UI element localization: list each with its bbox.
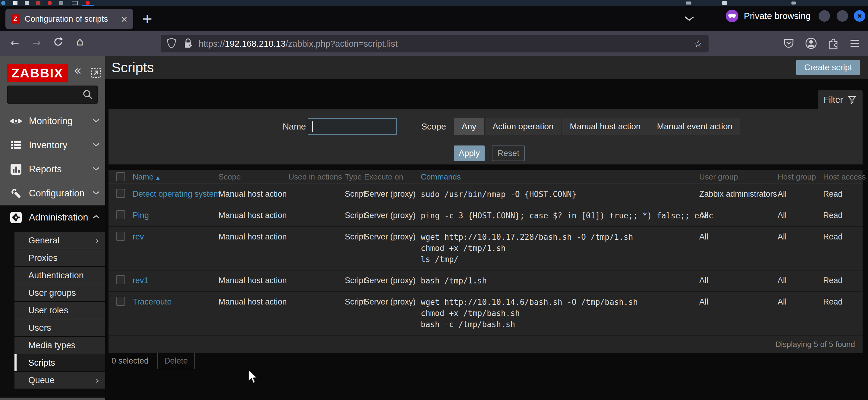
taskbar-tray-icon[interactable] bbox=[722, 1, 727, 5]
taskbar-firefox-icon[interactable] bbox=[86, 1, 90, 5]
filter-tab[interactable]: Filter bbox=[818, 90, 863, 109]
sidebar-item-monitoring[interactable]: Monitoring bbox=[0, 109, 105, 133]
sidebar-item-configuration[interactable]: Configuration bbox=[0, 181, 105, 205]
taskbar-window-icon[interactable] bbox=[72, 1, 78, 5]
cell-commands: sudo /usr/bin/nmap -O {HOST.CONN} bbox=[421, 189, 699, 200]
browser-tab[interactable]: Z Configuration of scripts × bbox=[5, 9, 133, 29]
sidebar-item-authentication[interactable]: Authentication bbox=[14, 267, 105, 284]
sidebar-item-label: Scripts bbox=[28, 358, 55, 368]
bookmark-star-icon[interactable]: ☆ bbox=[694, 38, 703, 49]
apply-button[interactable]: Apply bbox=[454, 145, 485, 161]
lock-warning-icon[interactable] bbox=[183, 38, 193, 50]
pocket-icon[interactable] bbox=[783, 37, 795, 50]
table-row: Detect operating systemManual host actio… bbox=[108, 184, 863, 205]
chevron-right-icon: › bbox=[96, 375, 99, 386]
scope-option-action-operation[interactable]: Action operation bbox=[485, 118, 562, 135]
collapse-sidebar-icon[interactable]: « bbox=[73, 63, 82, 78]
taskbar-app-icon[interactable] bbox=[25, 1, 29, 5]
new-tab-button[interactable]: + bbox=[142, 10, 153, 27]
filter-panel: Name Scope AnyAction operationManual hos… bbox=[108, 109, 863, 164]
reload-icon[interactable] bbox=[51, 37, 65, 49]
mouse-cursor bbox=[247, 369, 258, 386]
account-icon[interactable] bbox=[805, 37, 817, 51]
row-checkbox[interactable] bbox=[116, 275, 125, 284]
table-row: TracerouteManual host actionScriptServer… bbox=[108, 292, 863, 335]
sidebar-search-input[interactable] bbox=[7, 86, 98, 104]
tab-close-icon[interactable]: × bbox=[121, 14, 128, 24]
page-title: Scripts bbox=[112, 59, 154, 76]
taskbar-tray-icon[interactable] bbox=[686, 1, 691, 4]
sidebar-item-media-types[interactable]: Media types bbox=[14, 337, 105, 354]
wrench-icon bbox=[9, 187, 23, 200]
sidebar: ZABBIX « Monitoring Inventory Reports bbox=[0, 56, 105, 400]
script-name-link[interactable]: Ping bbox=[133, 210, 218, 221]
row-checkbox[interactable] bbox=[116, 189, 125, 198]
scope-option-manual-host-action[interactable]: Manual host action bbox=[562, 118, 649, 135]
sidebar-item-queue[interactable]: Queue› bbox=[14, 372, 105, 389]
search-icon bbox=[82, 89, 93, 100]
create-script-button[interactable]: Create script bbox=[796, 60, 860, 75]
minimize-button[interactable] bbox=[818, 10, 830, 22]
column-header-commands[interactable]: Commands bbox=[421, 172, 699, 181]
sidebar-submenu: General›ProxiesAuthenticationUser groups… bbox=[14, 232, 105, 389]
command-line: sudo /usr/bin/nmap -O {HOST.CONN} bbox=[421, 189, 699, 200]
taskbar-app-icon[interactable] bbox=[59, 1, 63, 5]
zabbix-logo[interactable]: ZABBIX bbox=[7, 64, 68, 82]
sidebar-item-label: Configuration bbox=[29, 188, 84, 199]
taskbar-app-icon[interactable] bbox=[1, 1, 5, 5]
extensions-puzzle-icon[interactable] bbox=[827, 37, 839, 51]
shield-icon[interactable] bbox=[167, 37, 176, 50]
cell-host-group: All bbox=[778, 210, 823, 221]
command-line: ls /tmp/ bbox=[421, 254, 699, 265]
scope-option-manual-event-action[interactable]: Manual event action bbox=[649, 118, 741, 135]
script-name-link[interactable]: rev1 bbox=[133, 275, 218, 286]
select-all-checkbox[interactable] bbox=[116, 172, 125, 181]
reset-button[interactable]: Reset bbox=[492, 145, 525, 161]
close-button[interactable]: × bbox=[854, 10, 865, 22]
sidebar-item-reports[interactable]: Reports bbox=[0, 157, 105, 181]
cell-host-access: Read bbox=[823, 210, 855, 221]
script-name-link[interactable]: rev bbox=[133, 232, 218, 242]
command-line: bash /tmp/1.sh bbox=[421, 275, 699, 287]
sidebar-item-general[interactable]: General› bbox=[14, 232, 105, 249]
url-bar[interactable]: https://192.168.210.13/zabbix.php?action… bbox=[161, 35, 709, 53]
home-icon[interactable]: ⌂ bbox=[73, 35, 87, 48]
list-icon bbox=[9, 138, 23, 152]
row-checkbox[interactable] bbox=[116, 232, 125, 241]
sidebar-item-proxies[interactable]: Proxies bbox=[14, 249, 105, 266]
taskbar-app-icon[interactable] bbox=[36, 1, 40, 5]
taskbar-app-icon[interactable] bbox=[13, 1, 18, 5]
row-checkbox[interactable] bbox=[116, 210, 125, 219]
scope-option-any[interactable]: Any bbox=[454, 118, 485, 135]
delete-button[interactable]: Delete bbox=[157, 353, 195, 369]
sidebar-item-user-roles[interactable]: User roles bbox=[14, 302, 105, 319]
sidebar-item-users[interactable]: Users bbox=[14, 319, 105, 336]
sidebar-item-label: Proxies bbox=[28, 253, 58, 263]
maximize-button[interactable] bbox=[837, 10, 848, 22]
taskbar-tray-icon[interactable] bbox=[792, 1, 796, 4]
back-icon[interactable]: ← bbox=[8, 37, 22, 49]
sidebar-item-user-groups[interactable]: User groups bbox=[14, 284, 105, 301]
column-header-used-in-actions: Used in actions bbox=[288, 172, 345, 181]
column-header-name[interactable]: Name▲ bbox=[133, 172, 218, 181]
sidebar-item-scripts[interactable]: Scripts bbox=[14, 354, 105, 371]
cell-user-group: All bbox=[699, 210, 778, 221]
name-filter-input[interactable] bbox=[308, 118, 397, 135]
taskbar-app-icon[interactable] bbox=[48, 1, 52, 5]
forward-icon[interactable]: → bbox=[30, 37, 43, 49]
row-checkbox[interactable] bbox=[116, 297, 125, 306]
sidebar-item-administration[interactable]: Administration bbox=[0, 205, 105, 230]
script-name-link[interactable]: Traceroute bbox=[133, 297, 218, 307]
sidebar-item-inventory[interactable]: Inventory bbox=[0, 133, 105, 157]
cell-scope: Manual host action bbox=[218, 297, 288, 307]
list-all-tabs-icon[interactable] bbox=[684, 16, 694, 23]
scope-filter-label: Scope bbox=[418, 122, 446, 132]
cell-type: Script bbox=[345, 297, 364, 307]
chevron-down-icon bbox=[93, 119, 100, 124]
menu-hamburger-icon[interactable] bbox=[850, 38, 859, 49]
table-header-row: Name▲ Scope Used in actions Type Execute… bbox=[108, 170, 863, 184]
script-name-link[interactable]: Detect operating system bbox=[133, 189, 218, 199]
expand-sidebar-icon[interactable] bbox=[90, 67, 101, 79]
sidebar-item-label: Administration bbox=[29, 212, 88, 223]
sidebar-item-label: Monitoring bbox=[29, 116, 73, 127]
